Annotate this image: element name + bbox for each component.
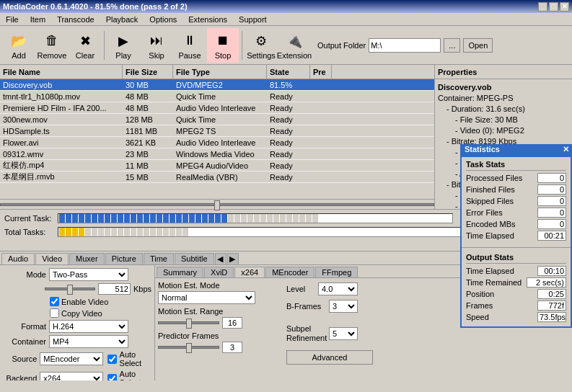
table-row[interactable]: 红模仿.mp4 11 MB MPEG4 Audio/Video Ready — [0, 160, 434, 172]
table-row[interactable]: Flower.avi 3621 KB Audio Video Interleav… — [0, 137, 434, 148]
motion-est-mode-section: Motion Est. Mode Normal Fast Full — [158, 281, 281, 304]
table-row[interactable]: 09312.wmv 23 MB Windows Media Video Read… — [0, 148, 434, 160]
tab-xvid[interactable]: XviD — [204, 267, 234, 277]
mode-select[interactable]: One-Pass Two-Pass CRF — [49, 268, 128, 281]
sub-tab-picture[interactable]: Picture — [105, 253, 143, 264]
motion-range-value[interactable] — [222, 317, 242, 329]
cell-name: 300new.mov — [0, 115, 123, 124]
sub-tab-subtitle[interactable]: Subtitle — [175, 253, 214, 264]
menu-transcode[interactable]: Transcode — [54, 14, 97, 24]
source-select[interactable]: MEncoder FFmpeg — [40, 352, 102, 365]
speed-label: Speed — [466, 313, 489, 321]
advanced-button[interactable]: Advanced — [286, 350, 373, 365]
remove-button[interactable]: 🗑 Remove — [36, 28, 68, 63]
table-row[interactable]: tmnt-tlr1_h1080p.mov 48 MB Quick Time Re… — [0, 91, 434, 102]
level-select[interactable]: 1.02.03.04.05.0 — [318, 282, 358, 295]
sub-tab-nav-left[interactable]: ◀ — [215, 253, 226, 264]
auto-select-2-checkbox[interactable] — [107, 374, 117, 381]
predictor-frames-section: Predictor Frames — [158, 331, 281, 353]
table-row[interactable]: 本星纲目.rmvb 15 MB RealMedia (VBR) Ready — [0, 172, 434, 183]
settings-button[interactable]: ⚙ Settings — [245, 28, 277, 63]
sub-tab-muxer[interactable]: Muxer — [69, 253, 105, 264]
finished-files-value: 0 — [537, 184, 566, 195]
prop-filename: Discovery.vob — [438, 82, 569, 93]
add-button[interactable]: 📂 Add — [3, 28, 35, 63]
motion-range-slider[interactable] — [158, 318, 219, 328]
progress-block — [131, 228, 136, 236]
tab-x264[interactable]: x264 — [234, 267, 265, 277]
time-elapsed-task-value: 00:21 — [537, 231, 566, 241]
progress-block — [79, 214, 84, 223]
prop-line: Container: MPEG-PS — [438, 93, 569, 104]
clear-icon: ✖ — [75, 31, 95, 51]
bitrate-slider[interactable] — [45, 284, 95, 294]
sub-tab-nav-right[interactable]: ▶ — [227, 253, 239, 264]
progress-block — [228, 214, 234, 223]
extension-icon: 🔌 — [284, 31, 304, 51]
cell-type: RealMedia (VBR) — [173, 173, 267, 182]
menu-extensions[interactable]: Extensions — [185, 14, 230, 24]
clear-button[interactable]: ✖ Clear — [69, 28, 101, 63]
container-row: Container MP4 MKV AVI — [3, 335, 151, 348]
progress-block — [195, 214, 201, 223]
subpel-select[interactable]: 12345 — [329, 327, 358, 340]
menu-support[interactable]: Support — [236, 14, 270, 24]
progress-block — [176, 228, 182, 236]
maximize-button[interactable]: □ — [549, 2, 558, 12]
position-row: Position 0:25 — [466, 289, 566, 299]
container-select[interactable]: MP4 MKV AVI — [49, 335, 128, 348]
enable-video-label: Enable Video — [61, 298, 108, 306]
cell-state: Ready — [267, 127, 310, 135]
table-row[interactable]: HDSample.ts 1181 MB MPEG2 TS Ready — [0, 125, 434, 137]
table-row[interactable]: Discovery.vob 30 MB DVD/MPEG2 81.5% — [0, 79, 434, 91]
menu-item[interactable]: Item — [27, 14, 48, 24]
play-button[interactable]: ▶ Play — [107, 28, 139, 63]
skip-button[interactable]: ⏭ Skip — [141, 28, 172, 63]
output-folder-input[interactable] — [369, 38, 441, 53]
backend-select[interactable]: x264 — [40, 372, 102, 380]
browse-button[interactable]: ... — [444, 38, 460, 53]
predictor-value[interactable] — [222, 342, 242, 353]
bframes-row: B-Frames 01234 — [286, 300, 373, 313]
statistics-close-button[interactable]: ✕ — [563, 145, 569, 154]
stop-button[interactable]: ⏹ Stop — [207, 28, 239, 63]
menu-bar: File Item Transcode Playback Options Ext… — [0, 13, 572, 26]
progress-block — [144, 214, 149, 223]
extension-button[interactable]: 🔌 Extension — [278, 28, 310, 63]
menu-file[interactable]: File — [3, 14, 22, 24]
file-list-panel: File Name File Size File Type State Pre … — [0, 65, 435, 209]
bframes-select[interactable]: 01234 — [329, 300, 358, 313]
pause-button[interactable]: ⏸ Pause — [174, 28, 206, 63]
bitrate-input[interactable] — [98, 283, 131, 295]
skipped-files-label: Skipped Files — [466, 197, 514, 205]
sub-tab-time[interactable]: Time — [144, 253, 174, 264]
cell-name: HDSample.ts — [0, 127, 123, 135]
enable-video-checkbox[interactable] — [50, 297, 59, 306]
progress-block — [215, 214, 221, 223]
close-button[interactable]: ✕ — [560, 2, 569, 12]
predictor-slider[interactable] — [158, 342, 219, 352]
copy-video-checkbox[interactable] — [50, 308, 59, 318]
progress-block — [150, 228, 156, 236]
tab-summary[interactable]: Summary — [157, 267, 203, 277]
tab-mencoder[interactable]: MEncoder — [265, 267, 314, 277]
progress-block — [79, 228, 84, 236]
format-select[interactable]: H.264 XviD MPEG4 MPEG2 — [49, 320, 128, 333]
menu-playback[interactable]: Playback — [103, 14, 141, 24]
table-row[interactable]: 300new.mov 128 MB Quick Time Ready — [0, 114, 434, 125]
stop-icon: ⏹ — [213, 31, 233, 51]
minimize-button[interactable]: _ — [538, 2, 547, 12]
progress-block — [306, 214, 312, 223]
progress-block — [59, 214, 65, 223]
auto-select-1-checkbox[interactable] — [107, 355, 117, 364]
menu-options[interactable]: Options — [146, 14, 180, 24]
open-button[interactable]: Open — [463, 38, 493, 53]
frames-row: Frames 772f — [466, 300, 566, 311]
motion-est-mode-select[interactable]: Normal Fast Full — [158, 291, 255, 304]
progress-block — [163, 214, 169, 223]
horizontal-scrollbar[interactable] — [0, 200, 434, 210]
tab-ffmpeg[interactable]: FFmpeg — [315, 267, 358, 277]
table-row[interactable]: Premiere HD Film - IFA 200... 48 MB Audi… — [0, 102, 434, 114]
sub-tab-audio[interactable]: Audio — [1, 253, 35, 264]
sub-tab-video[interactable]: Video — [35, 253, 69, 264]
